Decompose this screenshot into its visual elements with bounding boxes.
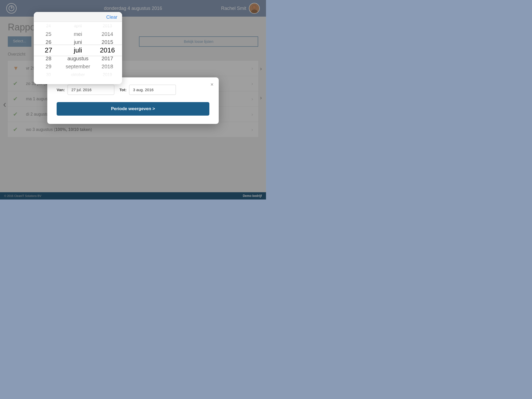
drum-item[interactable]: 2014 [93,30,122,38]
drum-item[interactable]: 29 [34,63,63,71]
drum-item-selected[interactable]: 2016 [93,46,122,54]
periode-weergeven-button[interactable]: Periode weergeven > [57,102,209,116]
drum-arrow [74,79,82,83]
drum-item[interactable]: oktober [63,71,92,79]
drum-col-year[interactable]: 2013 2014 2015 2016 2017 2018 2019 [93,22,122,79]
modal-close-button[interactable]: × [210,82,214,88]
van-label: Van: [57,88,65,92]
van-input[interactable] [68,85,114,95]
drum-item[interactable]: 2015 [93,38,122,46]
date-modal: × Van: Tot: Periode weergeven > [47,77,219,124]
drum-columns: 24 25 26 27 28 29 30 april mei juni juli… [34,22,122,79]
tot-label: Tot: [119,88,127,92]
drum-item[interactable]: 2019 [93,71,122,79]
drum-col-week[interactable]: 24 25 26 27 28 29 30 [34,22,63,79]
clear-button[interactable]: Clear [106,15,117,20]
van-field-group: Van: [57,85,114,95]
drum-item[interactable]: 25 [34,30,63,38]
drum-item[interactable]: september [63,63,92,71]
drum-item[interactable]: 2017 [93,55,122,63]
drum-item[interactable]: augustus [63,55,92,63]
drum-item[interactable]: 2018 [93,63,122,71]
drum-item[interactable]: 2013 [93,22,122,30]
modal-fields: Van: Tot: [57,85,209,95]
drum-picker[interactable]: Clear 24 25 26 27 28 29 30 april mei jun… [34,12,122,84]
drum-item[interactable]: 28 [34,55,63,63]
drum-item[interactable]: 24 [34,22,63,30]
tot-field-group: Tot: [119,85,176,95]
drum-picker-header: Clear [34,12,122,22]
drum-item-selected[interactable]: 27 [34,46,63,54]
drum-item[interactable]: 30 [34,71,63,79]
drum-item[interactable]: 26 [34,38,63,46]
tot-input[interactable] [129,85,176,95]
drum-item[interactable]: mei [63,30,92,38]
drum-item-selected[interactable]: juli [63,46,92,54]
drum-item[interactable]: juni [63,38,92,46]
drum-item[interactable]: april [63,22,92,30]
drum-col-month[interactable]: april mei juni juli augustus september o… [63,22,92,79]
